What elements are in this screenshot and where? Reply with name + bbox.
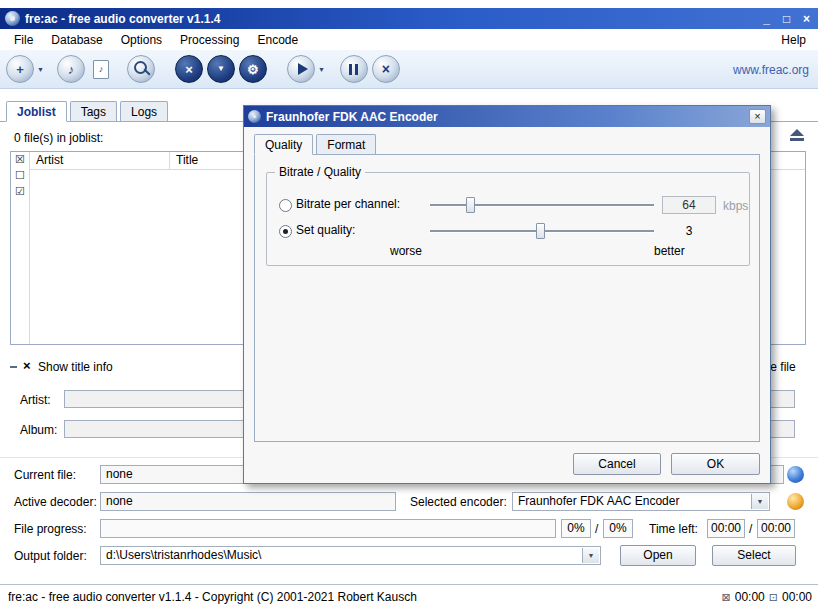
progress-percent-right: 0% [603, 519, 633, 538]
play-triangle [298, 63, 308, 75]
encoder-config-dialog: Fraunhofer FDK AAC Encoder × Quality For… [243, 105, 771, 484]
menu-help[interactable]: Help [779, 31, 808, 49]
tab-joblist[interactable]: Joblist [6, 101, 67, 122]
encoder-select[interactable]: Fraunhofer FDK AAC Encoder ▼ [512, 492, 770, 511]
cddb-icon[interactable]: ▼ [207, 55, 235, 83]
minimize-icon[interactable]: _ [760, 12, 773, 26]
encode-dropdown-icon[interactable]: ▼ [318, 66, 325, 73]
output-folder-select[interactable]: d:\Users\tristanrhodes\Music\ ▼ [100, 546, 601, 565]
stop-icon[interactable]: × [372, 55, 400, 83]
selected-encoder-label: Selected encoder: [410, 495, 507, 509]
hide-title-info-icon[interactable]: × [23, 358, 31, 373]
menu-processing[interactable]: Processing [171, 31, 248, 49]
cancel-button[interactable]: Cancel [573, 453, 661, 475]
clipped-label-te-file: te file [767, 360, 796, 374]
tab-quality[interactable]: Quality [254, 134, 313, 155]
toolbar: + ▼ ♪ ♪ × ▼ ⚙ ▼ × [0, 50, 818, 89]
show-title-info-toggle[interactable]: Show title info [38, 360, 113, 374]
eject-icon [790, 129, 804, 136]
quality-radio[interactable] [279, 225, 292, 238]
maximize-icon[interactable]: □ [780, 12, 793, 26]
app-icon [5, 11, 20, 26]
dialog-close-icon[interactable]: × [749, 109, 766, 124]
window-title: fre:ac - free audio converter v1.1.4 [25, 12, 760, 26]
title-bar: fre:ac - free audio converter v1.1.4 _ □… [0, 8, 818, 29]
status-times: ⊠ 00:00 ⊡ 00:00 [722, 585, 813, 609]
select-none-checkbox-icon[interactable]: ☐ [15, 168, 25, 184]
clear-joblist-icon[interactable]: × [175, 55, 203, 83]
quality-value: 3 [662, 224, 716, 238]
dialog-icon [248, 110, 261, 123]
column-header-artist[interactable]: Artist [30, 152, 170, 169]
dialog-title-bar: Fraunhofer FDK AAC Encoder × [244, 106, 770, 127]
chevron-down-icon[interactable]: ▼ [751, 494, 768, 509]
selected-time-value: 00:00 [782, 590, 812, 604]
window-controls: _ □ × [760, 12, 813, 26]
group-title: Bitrate / Quality [275, 165, 365, 179]
dialog-tabstrip: Quality Format [254, 134, 379, 154]
menu-database[interactable]: Database [42, 31, 111, 49]
time-left-label: Time left: [649, 522, 698, 536]
bitrate-quality-group: Bitrate / Quality Bitrate per channel: 6… [266, 172, 750, 266]
menu-file[interactable]: File [5, 31, 42, 49]
time-slash: / [749, 522, 752, 536]
time-left-value: 00:00 [707, 519, 745, 538]
active-decoder-value: none [100, 492, 396, 511]
info-icon[interactable] [787, 466, 804, 483]
bitrate-unit-label: kbps [723, 199, 748, 213]
chevron-down-icon[interactable]: ▼ [582, 548, 599, 563]
artist-label: Artist: [20, 393, 51, 407]
pause-icon[interactable] [340, 55, 368, 83]
menu-bar: File Database Options Processing Encode … [0, 30, 818, 50]
active-decoder-label: Active decoder: [14, 495, 97, 509]
toggle-selection-checkbox-icon[interactable]: ☑ [15, 184, 25, 200]
output-folder-value: d:\Users\tristanrhodes\Music\ [106, 548, 261, 562]
close-icon[interactable]: × [800, 12, 813, 26]
settings-gear-icon[interactable]: ⚙ [239, 55, 267, 83]
joblist-time-value: 00:00 [735, 590, 765, 604]
dialog-title: Fraunhofer FDK AAC Encoder [266, 110, 749, 124]
joblist-time-icon: ⊠ [722, 591, 731, 604]
tab-format[interactable]: Format [316, 134, 376, 154]
bitrate-value[interactable]: 64 [662, 196, 716, 214]
bitrate-slider-thumb[interactable] [466, 197, 475, 213]
playlist-file-icon[interactable]: ♪ [93, 60, 109, 79]
percent-slash: / [595, 522, 598, 536]
add-dropdown-icon[interactable]: ▼ [37, 66, 44, 73]
worse-label: worse [390, 244, 422, 258]
main-tabstrip: Joblist Tags Logs [6, 101, 171, 121]
output-folder-label: Output folder: [14, 549, 87, 563]
bitrate-radio-label[interactable]: Bitrate per channel: [296, 197, 400, 211]
file-progress-bar [100, 519, 556, 538]
add-files-icon[interactable]: + [6, 55, 34, 83]
bitrate-radio[interactable] [279, 199, 292, 212]
collapse-icon[interactable] [10, 366, 17, 368]
encoder-select-value: Fraunhofer FDK AAC Encoder [518, 494, 679, 508]
audio-file-icon[interactable]: ♪ [57, 55, 85, 83]
select-button[interactable]: Select [712, 545, 796, 566]
open-button[interactable]: Open [620, 545, 696, 566]
tab-tags[interactable]: Tags [70, 101, 117, 121]
progress-percent-left: 0% [561, 519, 591, 538]
select-all-checkbox-icon[interactable]: ☒ [15, 152, 25, 168]
app-window: fre:ac - free audio converter v1.1.4 _ □… [0, 0, 818, 609]
file-progress-label: File progress: [14, 522, 87, 536]
eject-button[interactable] [785, 125, 809, 144]
time-total-value: 00:00 [757, 519, 795, 538]
status-bar: fre:ac - free audio converter v1.1.4 - C… [0, 584, 818, 609]
album-label: Album: [20, 423, 57, 437]
menu-options[interactable]: Options [112, 31, 171, 49]
status-text: fre:ac - free audio converter v1.1.4 - C… [8, 590, 417, 604]
menu-encode[interactable]: Encode [248, 31, 307, 49]
better-label: better [654, 244, 685, 258]
website-link[interactable]: www.freac.org [733, 63, 809, 77]
encoder-config-icon[interactable] [787, 493, 804, 510]
current-file-label: Current file: [14, 468, 76, 482]
ok-button[interactable]: OK [671, 453, 760, 475]
bitrate-slider-track[interactable] [430, 204, 654, 207]
start-encoding-icon[interactable] [287, 55, 315, 83]
quality-slider-thumb[interactable] [536, 223, 545, 239]
tab-logs[interactable]: Logs [120, 101, 168, 121]
search-cd-icon[interactable] [127, 55, 155, 83]
quality-radio-label[interactable]: Set quality: [296, 223, 355, 237]
